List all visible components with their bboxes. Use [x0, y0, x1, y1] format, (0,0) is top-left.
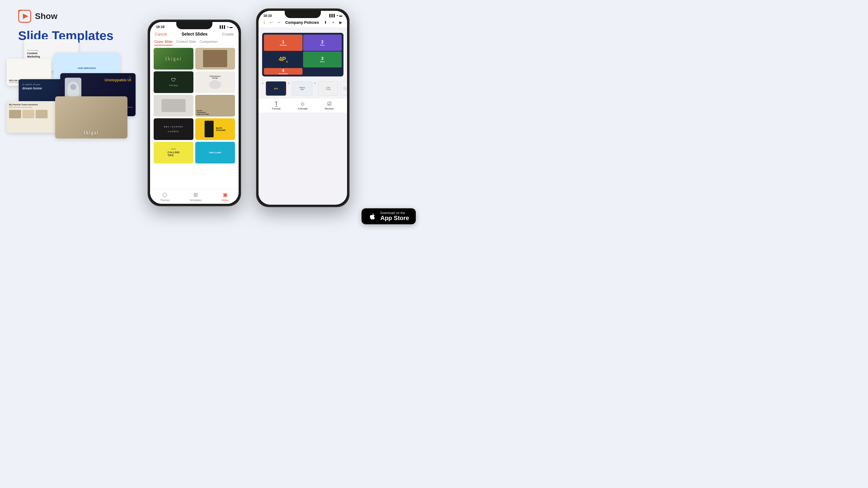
logo-area: Show	[18, 10, 58, 23]
phone2-back-icon[interactable]: ‹	[263, 19, 265, 26]
phone2-tool-review[interactable]: ☑ Review	[325, 101, 334, 110]
tab-cover-slide[interactable]: Cover Slide	[154, 38, 173, 45]
slide-thumb-participatory[interactable]: ParticipatoryDesign	[195, 71, 235, 93]
4ps-center: 4Ps	[264, 52, 303, 68]
slide-thumb-mba[interactable]: MBA LESSONS ⸻⸻ CHAMPS	[154, 118, 193, 140]
slide-thumb-art-arch[interactable]: Art andArchitectureunder the Cholas	[195, 95, 235, 117]
phone2-add-icon[interactable]: +	[332, 20, 334, 25]
bottom-tab-slides[interactable]: ▣ Slides	[221, 192, 229, 202]
phone1-nav-title: Select Slides	[182, 32, 208, 36]
tab-comparison[interactable]: Comparison	[200, 38, 218, 45]
phone-2-screen: 10:10 ▌▌▌ ⌁ ▬ ‹ ↩ ↪ Company Policies ⬆ +…	[258, 11, 347, 205]
phone2-thumb-add[interactable]: ⊞	[341, 81, 347, 96]
logo-text: Show	[35, 11, 58, 21]
svg-marker-1	[23, 13, 28, 19]
4ps-price: 2 Price	[303, 35, 342, 51]
bottom-tab-themes[interactable]: ⬡ Themes	[160, 192, 170, 202]
phone2-title-bar: ‹ ↩ ↪ Company Policies ⬆ + ▶	[263, 19, 342, 26]
animate-icon: ◇	[301, 101, 304, 106]
phone1-nav: Cancel Select Slides Create	[150, 30, 239, 38]
slide-thumb-book[interactable]	[195, 48, 235, 69]
apple-icon	[368, 212, 377, 221]
animate-label: Animate	[298, 107, 308, 110]
phone2-toolbar: T̲ Format ◇ Animate ☑ Review	[258, 98, 347, 112]
phone2-thumbnails: 1 4Ps 2 Buildingslide 3 CONTATTEN ⊞	[258, 79, 347, 98]
4ps-place: 3 Place	[303, 52, 342, 68]
phone2-thumb-1[interactable]: 4Ps	[266, 81, 286, 96]
review-icon: ☑	[327, 101, 332, 106]
phone-1-notch	[176, 21, 212, 29]
app-logo-icon	[18, 10, 31, 23]
phone2-thumb-num-2: 2	[288, 81, 289, 96]
phone-2-notch	[285, 10, 321, 18]
format-icon: T̲	[275, 101, 278, 106]
format-label: Format	[272, 107, 280, 110]
phone1-slide-grid: Ikigai 🛡 Privacy ParticipatoryDesign	[150, 45, 239, 166]
phone-1: 10:10 ▌▌▌ ⌁ ▬ Cancel Select Slides Creat…	[148, 20, 241, 206]
phone2-time: 10:10	[263, 14, 272, 18]
phone-1-screen: 10:10 ▌▌▌ ⌁ ▬ Cancel Select Slides Creat…	[150, 22, 239, 204]
phone1-cancel[interactable]: Cancel	[155, 32, 167, 36]
slide-thumb-grey[interactable]	[154, 95, 193, 117]
phone2-thumb-3[interactable]: CONTATTEN	[318, 81, 338, 96]
phone2-play-icon[interactable]: ▶	[339, 20, 342, 25]
phone2-title: Company Policies	[285, 20, 319, 25]
appstore-bottom-text: App Store	[380, 215, 409, 221]
phone2-thumb-num-1: 1	[262, 81, 263, 96]
phone1-tabs: Cover Slide Content Slide Comparison	[150, 38, 239, 45]
phone2-signals: ▌▌▌ ⌁ ▬	[329, 14, 342, 18]
phone1-signals: ▌▌▌ ⌁ ▬	[220, 25, 232, 29]
phone2-thumb-num-3: 3	[314, 81, 315, 96]
phone2-main-slide[interactable]: 1 Product 2 Price 4Ps	[262, 33, 343, 76]
slide-thumb-privacy[interactable]: 🛡 Privacy	[154, 71, 193, 93]
phone2-undo-icon[interactable]: ↩	[270, 21, 273, 24]
appstore-text: Download on the App Store	[380, 212, 409, 221]
review-label: Review	[325, 107, 334, 110]
phone2-tool-format[interactable]: T̲ Format	[272, 101, 280, 110]
phone2-redo-icon[interactable]: ↪	[277, 21, 280, 24]
tab-content-slide[interactable]: Content Slide	[176, 38, 196, 45]
template-travel[interactable]: My Favorite Travel memories Work hard ma…	[7, 101, 59, 133]
phone2-spacer	[258, 27, 347, 30]
phone2-share-icon[interactable]: ⬆	[324, 20, 327, 25]
appstore-top-text: Download on the	[380, 212, 409, 215]
slide-thumb-cold[interactable]: COLD CALLINGTIPS	[154, 142, 193, 163]
4ps-promotion: 4 Promotion	[264, 68, 303, 75]
phone2-thumb-2[interactable]: Buildingslide	[292, 81, 312, 96]
phone-2: 10:10 ▌▌▌ ⌁ ▬ ‹ ↩ ↪ Company Policies ⬆ +…	[256, 8, 349, 207]
slide-thumb-ikigai[interactable]: Ikigai	[154, 48, 193, 69]
phone1-time: 10:10	[156, 25, 164, 29]
phone1-create[interactable]: Create	[222, 32, 234, 36]
slide-thumb-scaling[interactable]: BLITZSCALING	[195, 118, 235, 140]
appstore-button[interactable]: Download on the App Store	[362, 208, 416, 224]
phone1-bottom-bar: ⬡ Themes ⊞ Templates ▣ Slides	[150, 189, 239, 204]
template-ikigai-left[interactable]: Ikigai	[55, 96, 127, 138]
phone2-tool-animate[interactable]: ◇ Animate	[298, 101, 308, 110]
4ps-product: 1 Product	[264, 35, 303, 51]
slide-thumb-sales[interactable]: Sales Leads	[195, 142, 235, 163]
bottom-tab-templates[interactable]: ⊞ Templates	[189, 192, 202, 202]
